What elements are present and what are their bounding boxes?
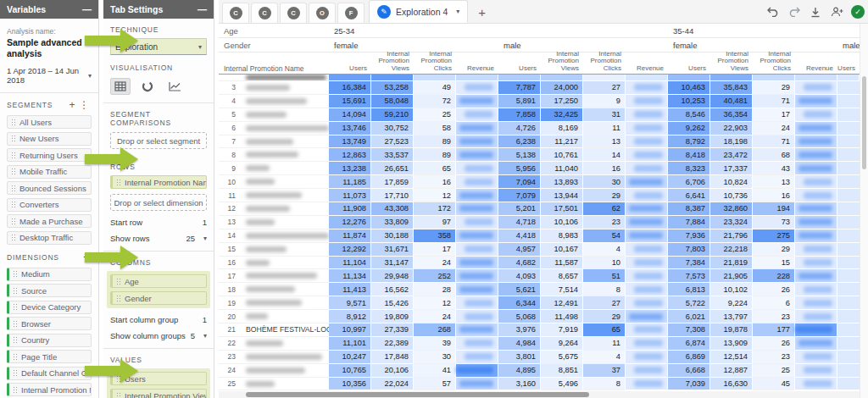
drag-handle-icon[interactable] [11,218,16,225]
column-header-1[interactable]: Internal Promotion Views [371,53,414,74]
dimension-chip-browser[interactable]: Browser [7,317,92,330]
segment-drop-zone[interactable]: Drop or select segment [110,132,207,149]
cell-value: 62 [583,202,626,216]
tab-minimized-2[interactable]: C [251,3,278,23]
drag-handle-icon[interactable] [11,119,16,126]
column-header-11[interactable]: Revenue [795,53,837,74]
cell-name-redacted [241,162,329,175]
cell-value: 4,895 [498,364,541,378]
drag-handle-icon[interactable] [116,295,121,302]
tab-minimized-4[interactable]: O [309,3,336,23]
more-options-icon[interactable]: ⋮ [77,100,92,110]
minimize-icon[interactable]: — [198,4,207,14]
dimension-chip-default-channel-grouping[interactable]: Default Channel Grouping [7,367,92,380]
cell-partial-redacted [837,364,860,378]
technique-select[interactable]: Exploration ▾ [110,38,207,55]
tab-minimized-3[interactable]: C [280,3,307,23]
show-column-groups-value[interactable]: 5 [191,331,195,340]
drag-handle-icon[interactable] [11,152,16,159]
column-header-12[interactable]: Users [837,53,860,74]
segment-chip-new-users[interactable]: New Users [7,132,92,146]
drag-handle-icon[interactable] [13,303,18,311]
column-header-6[interactable]: Internal Promotion Clicks [583,53,626,74]
column-header-10[interactable]: Internal Promotion Clicks [753,53,795,74]
add-tab-button[interactable]: + [478,5,486,23]
segment-chip-all-users[interactable]: All Users [7,115,92,129]
columns-chip-gender[interactable]: Gender [110,291,207,305]
redacted-revenue-blob [798,165,832,172]
drag-handle-icon[interactable] [11,201,16,208]
drag-handle-icon[interactable] [116,179,121,186]
cell-value: 8,792 [668,135,710,149]
segment-chip-returning-users[interactable]: Returning Users [7,148,92,162]
drag-handle-icon[interactable] [11,185,16,192]
tab-minimized-5[interactable]: F [337,3,364,23]
cell-clipped [498,75,541,81]
row-index: 25 [219,378,241,391]
drag-handle-icon[interactable] [13,320,18,328]
vertical-scrollbar[interactable] [860,24,868,398]
undo-icon[interactable] [766,5,780,19]
table-viz-icon[interactable] [110,78,131,95]
segment-chip-desktop-traffic[interactable]: Desktop Traffic [7,231,92,245]
column-header-2[interactable]: Internal Promotion Clicks [414,53,456,74]
dimension-drop-zone[interactable]: Drop or select dimension [110,194,207,211]
dimension-chip-source[interactable]: Source [7,284,92,297]
column-header-0[interactable]: Users [329,53,371,74]
column-header-5[interactable]: Internal Promotion Views [541,53,583,74]
drag-handle-icon[interactable] [13,270,18,278]
segment-chip-bounced-sessions[interactable]: Bounced Sessions [7,181,92,195]
dimension-chip-country[interactable]: Country [7,334,92,347]
column-header-8[interactable]: Users [668,53,710,74]
segment-chip-mobile-traffic[interactable]: Mobile Traffic [7,165,92,179]
show-rows-value[interactable]: 25 [186,234,195,243]
add-dimension-icon[interactable]: + [81,252,92,263]
rows-label: ROWS [110,163,207,171]
date-range-picker[interactable]: 1 Apr 2018 – 14 Jun 2018 ▾ [7,66,92,85]
cell-revenue-redacted [795,296,837,310]
values-chip-internal-promotion-views[interactable]: Internal Promotion Views [110,389,207,398]
drag-handle-icon[interactable] [11,168,16,175]
tab-minimized-1[interactable]: C [222,3,249,23]
vertical-scrollbar-thumb[interactable] [862,76,866,169]
drag-handle-icon[interactable] [13,287,18,295]
line-chart-viz-icon[interactable] [164,78,185,95]
drag-handle-icon[interactable] [116,392,121,398]
minimize-icon[interactable]: — [82,4,92,14]
values-chip-users[interactable]: Users [110,372,207,385]
tab-exploration-4[interactable]: ✎ Exploration 4 ▾ [369,0,468,23]
dimension-chip-internal-promotion-name[interactable]: Internal Promotion Name [7,383,92,396]
download-icon[interactable] [809,5,822,19]
columns-chip-age[interactable]: Age [110,274,207,288]
horizontal-scrollbar-thumb[interactable] [246,392,589,397]
drag-handle-icon[interactable] [116,375,121,383]
segment-chip-made-a-purchase[interactable]: Made a Purchase [7,214,92,228]
cell-value: 16,384 [329,81,371,95]
segment-chip-converters[interactable]: Converters [7,198,92,212]
dimension-chip-device-category[interactable]: Device Category [7,301,92,314]
cell-value: 268 [414,323,456,337]
redo-icon[interactable] [787,5,801,19]
dimension-chip-page-title[interactable]: Page Title [7,350,92,363]
column-header-7[interactable]: Revenue [626,53,668,74]
drag-handle-icon[interactable] [116,278,121,285]
horizontal-scrollbar[interactable] [219,391,860,398]
dimension-chip-medium[interactable]: Medium [7,268,92,281]
rows-chip-internal-promotion-name[interactable]: Internal Promotion Name [110,175,207,189]
drag-handle-icon[interactable] [13,353,18,361]
drag-handle-icon[interactable] [13,369,18,377]
start-row-value[interactable]: 1 [203,218,207,227]
column-header-9[interactable]: Internal Promotion Views [710,53,753,74]
donut-viz-icon[interactable] [137,78,158,95]
column-header-3[interactable]: Revenue [456,53,498,74]
start-column-group-value[interactable]: 1 [203,315,207,324]
column-header-internal-promotion-name[interactable]: Internal Promotion Name [219,53,329,74]
drag-handle-icon[interactable] [11,135,16,142]
analysis-name[interactable]: Sample advanced analysis [7,37,92,58]
share-user-icon[interactable] [830,5,843,19]
drag-handle-icon[interactable] [13,336,18,344]
drag-handle-icon[interactable] [13,386,18,394]
column-header-4[interactable]: Users [498,53,541,74]
add-segment-icon[interactable]: + [67,100,77,110]
drag-handle-icon[interactable] [11,234,16,241]
